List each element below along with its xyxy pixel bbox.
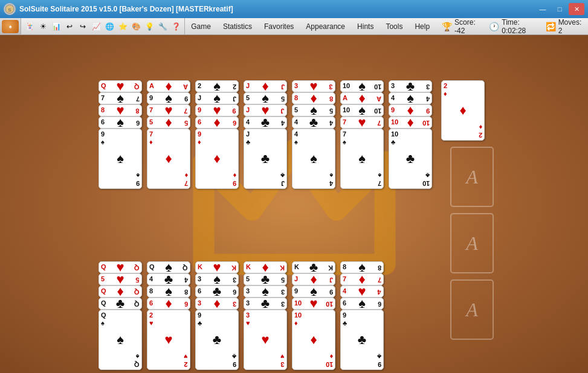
card[interactable]: J ♣ J ♣ ♣ xyxy=(244,129,287,189)
card[interactable]: 2 ♦ 2 ♦ ♦ xyxy=(441,80,485,141)
game-area[interactable]: Q ♥ Q ♥ ♥ 7 ♠ 7 ♠ ♠ 8 ♥ 8 ♥ ♥ 6 ♠ xyxy=(0,35,588,373)
card[interactable]: 10 ♠ 10 ♠ ♠ xyxy=(340,104,384,116)
card[interactable]: 3 ♦ 3 ♦ ♦ xyxy=(195,298,239,310)
moves-icon: 🔁 xyxy=(546,22,556,31)
foundation-slot-1[interactable]: A xyxy=(450,147,494,207)
minimize-button[interactable]: — xyxy=(535,3,551,15)
window-controls: — □ ✕ xyxy=(535,3,584,15)
card[interactable]: J ♦ J ♦ ♦ xyxy=(292,273,335,285)
card[interactable]: 4 ♠ 4 ♠ ♠ xyxy=(389,92,432,104)
card[interactable]: Q ♣ Q ♣ ♣ xyxy=(99,298,142,310)
card[interactable]: 5 ♣ 5 ♣ ♣ xyxy=(244,273,287,285)
card[interactable]: 5 ♥ 5 ♥ ♥ xyxy=(99,273,142,285)
titlebar: S SolSuite Solitaire 2015 v15.0 [Baker's… xyxy=(0,0,588,18)
menu-appearance[interactable]: Appearance xyxy=(300,18,351,34)
card[interactable]: A ♦ A ♦ ♦ xyxy=(147,80,190,92)
card[interactable]: 8 ♥ 8 ♥ ♥ xyxy=(99,104,142,116)
card[interactable]: 9 ♦ 9 ♦ ♦ xyxy=(195,129,239,189)
card[interactable]: 6 ♠ 6 ♠ ♠ xyxy=(99,116,142,129)
card[interactable]: Q ♦ Q ♦ ♦ xyxy=(99,285,142,298)
card[interactable]: 8 ♠ 8 ♠ ♠ xyxy=(147,285,190,298)
menu-statistics[interactable]: Statistics xyxy=(217,18,258,34)
card[interactable]: 10 ♦ 10 ♦ ♦ xyxy=(292,310,335,370)
card[interactable]: Q ♥ Q ♥ ♥ xyxy=(99,80,142,92)
card[interactable]: K ♦ K ♦ ♦ xyxy=(244,261,287,273)
card[interactable]: 10 ♠ 10 ♠ ♠ xyxy=(340,80,384,92)
toolbar-hint-icon[interactable]: 💡 xyxy=(143,21,155,33)
card[interactable]: 4 ♣ 4 ♣ ♣ xyxy=(244,116,287,129)
toolbar-redo-icon[interactable]: ↪ xyxy=(77,21,89,33)
card[interactable]: 3 ♣ 3 ♣ ♣ xyxy=(389,80,432,92)
foundation-slot-2[interactable]: A xyxy=(450,213,494,273)
card[interactable]: Q ♥ Q ♥ ♥ xyxy=(99,261,142,273)
card[interactable]: J ♦ J ♦ ♦ xyxy=(244,80,287,92)
card[interactable]: 7 ♦ 7 ♦ ♦ xyxy=(147,129,190,189)
card[interactable]: 3 ♠ 3 ♠ ♠ xyxy=(244,285,287,298)
card[interactable]: J ♠ J ♠ ♠ xyxy=(195,92,239,104)
card[interactable]: Q ♠ Q ♠ ♠ xyxy=(99,310,142,370)
card[interactable]: 6 ♦ 6 ♦ ♦ xyxy=(195,116,239,129)
card[interactable]: 2 ♥ 2 ♥ ♥ xyxy=(147,310,190,370)
card[interactable]: 7 ♠ 7 ♠ ♠ xyxy=(340,129,384,189)
card[interactable]: 9 ♠ 9 ♠ ♠ xyxy=(147,92,190,104)
card[interactable]: 4 ♣ 4 ♣ ♣ xyxy=(292,116,335,129)
toolbar-bar-icon[interactable]: 📈 xyxy=(90,21,102,33)
card[interactable]: 8 ♠ 8 ♠ ♠ xyxy=(340,261,384,273)
card[interactable]: K ♣ K ♣ ♣ xyxy=(292,261,335,273)
card[interactable]: 3 ♥ 3 ♥ ♥ xyxy=(292,80,335,92)
card[interactable]: Q ♠ Q ♠ ♠ xyxy=(147,261,190,273)
card[interactable]: 9 ♠ 9 ♠ ♠ xyxy=(292,285,335,298)
card[interactable]: 10 ♣ 10 ♣ ♣ xyxy=(389,129,432,189)
menu-help[interactable]: Help xyxy=(409,18,436,34)
card[interactable]: 5 ♦ 5 ♦ ♦ xyxy=(147,116,190,129)
card[interactable]: 4 ♠ 4 ♠ ♠ xyxy=(292,129,335,189)
clock-icon: 🕐 xyxy=(489,22,499,31)
card[interactable]: 7 ♦ 7 ♦ ♦ xyxy=(340,273,384,285)
card[interactable]: 6 ♣ 6 ♣ ♣ xyxy=(195,285,239,298)
menu-tools[interactable]: Tools xyxy=(380,18,409,34)
menu-hints[interactable]: Hints xyxy=(351,18,380,34)
close-button[interactable]: ✕ xyxy=(569,3,584,15)
card[interactable]: 8 ♦ 8 ♦ ♦ xyxy=(292,92,335,104)
card[interactable]: 10 ♥ 10 ♥ ♥ xyxy=(292,298,335,310)
menu-game[interactable]: Game xyxy=(185,18,217,34)
toolbar-sun-icon[interactable]: ☀ xyxy=(37,21,49,33)
score-display: 🏆 Score: -42 xyxy=(442,18,482,35)
score-value: Score: -42 xyxy=(454,18,482,35)
card[interactable]: 6 ♦ 6 ♦ ♦ xyxy=(147,298,190,310)
card[interactable]: 9 ♣ 9 ♣ ♣ xyxy=(340,310,384,370)
menu-favorites[interactable]: Favorites xyxy=(258,18,300,34)
card[interactable]: 3 ♥ 3 ♥ ♥ xyxy=(244,310,287,370)
card[interactable]: 7 ♥ 7 ♥ ♥ xyxy=(340,116,384,129)
card[interactable]: 4 ♥ 4 ♥ ♥ xyxy=(340,285,384,298)
card[interactable]: 5 ♠ 5 ♠ ♠ xyxy=(292,104,335,116)
card[interactable]: 3 ♠ 3 ♠ ♠ xyxy=(195,273,239,285)
toolbar-chart-icon[interactable]: 📊 xyxy=(50,21,62,33)
toolbar-help-icon[interactable]: ❓ xyxy=(170,21,182,33)
app-icon: S xyxy=(4,3,16,15)
card[interactable]: J ♥ J ♥ ♥ xyxy=(244,104,287,116)
toolbar-palette-icon[interactable]: 🎨 xyxy=(130,21,142,33)
card[interactable]: 4 ♣ 4 ♣ ♣ xyxy=(147,273,190,285)
toolbar-star-icon[interactable]: ⭐ xyxy=(117,21,129,33)
card[interactable]: 5 ♠ 5 ♠ ♠ xyxy=(244,92,287,104)
toolbar-new-icon[interactable]: 🃏 xyxy=(24,21,36,33)
card[interactable]: A ♦ A ♦ ♦ xyxy=(340,92,384,104)
toolbar-undo-icon[interactable]: ↩ xyxy=(63,21,76,33)
foundation-slot-3[interactable]: A xyxy=(450,279,494,340)
card[interactable]: 9 ♠ 9 ♠ ♠ xyxy=(99,129,142,189)
card[interactable]: 9 ♦ 9 ♦ ♦ xyxy=(389,104,432,116)
card[interactable]: 10 ♦ 10 ♦ ♦ xyxy=(389,116,432,129)
card[interactable]: 6 ♠ 6 ♠ ♠ xyxy=(340,298,384,310)
toolbar-wrench-icon[interactable]: 🔧 xyxy=(157,21,169,33)
maximize-button[interactable]: □ xyxy=(552,3,567,15)
card[interactable]: 7 ♥ 7 ♥ ♥ xyxy=(147,104,190,116)
card[interactable]: 7 ♠ 7 ♠ ♠ xyxy=(99,92,142,104)
card[interactable]: 3 ♣ 3 ♣ ♣ xyxy=(244,298,287,310)
time-display: 🕐 Time: 0:02:28 xyxy=(489,18,538,35)
card[interactable]: K ♥ K ♥ ♥ xyxy=(195,261,239,273)
toolbar-pie-icon[interactable]: 🌐 xyxy=(103,21,115,33)
card[interactable]: 2 ♠ 2 ♠ ♠ xyxy=(195,80,239,92)
card[interactable]: 9 ♥ 9 ♥ ♥ xyxy=(195,104,239,116)
card[interactable]: 9 ♣ 9 ♣ ♣ xyxy=(195,310,239,370)
